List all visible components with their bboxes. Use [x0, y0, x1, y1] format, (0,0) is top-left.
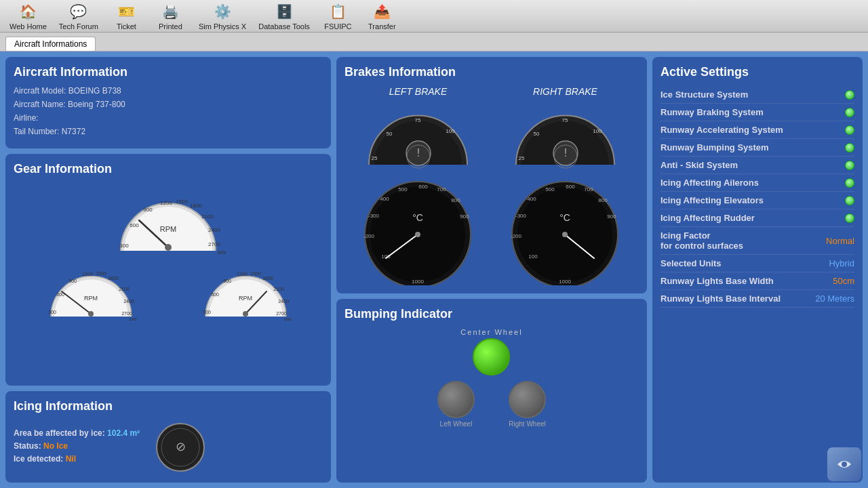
svg-text:2400: 2400 — [123, 299, 134, 304]
right-wheel-label: Right Wheel — [509, 420, 545, 428]
aircraft-name-row: Aircraft Name: Boeing 737-800 — [14, 100, 323, 109]
icing-rudder-indicator — [845, 214, 854, 223]
svg-text:2100: 2100 — [273, 287, 284, 291]
svg-text:!: ! — [417, 147, 420, 159]
svg-text:1500: 1500 — [96, 271, 106, 276]
svg-text:1200: 1200 — [160, 200, 172, 206]
icing-information-panel: Icing Information Area be affected by ic… — [5, 391, 331, 483]
svg-text:2400: 2400 — [278, 299, 289, 304]
svg-text:600: 600 — [566, 184, 575, 190]
right-temp-gauge: -200 -300 400 500 600 700 800 900 1000 1… — [506, 180, 625, 285]
icing-ailerons-indicator — [845, 178, 854, 188]
active-settings-title: Active Settings — [660, 65, 854, 79]
right-brake-gauge: 25 50 75 100 ! — [509, 100, 621, 175]
toolbar-sim-physics[interactable]: ⚙️ Sim Physics X — [196, 1, 249, 32]
svg-text:50: 50 — [534, 131, 540, 137]
svg-text:1200: 1200 — [237, 272, 248, 277]
transfer-icon: 📤 — [372, 2, 391, 21]
center-wheel — [473, 338, 510, 375]
right-rpm-gauge: 300 600 900 1200 1500 1800 2100 2400 270… — [200, 261, 292, 322]
svg-text:2100: 2100 — [119, 287, 130, 291]
setting-runway-lights-width: Runway Lights Base Width 50cm — [660, 272, 854, 290]
svg-text:600: 600 — [130, 222, 139, 228]
svg-text:100: 100 — [528, 253, 538, 260]
left-brake-label: LEFT BRAKE — [389, 86, 448, 97]
svg-text:⊘: ⊘ — [176, 440, 186, 453]
printed-icon: 🖨️ — [161, 2, 180, 21]
svg-text:1800: 1800 — [190, 203, 202, 209]
tab-aircraft-informations[interactable]: Aircraft Informations — [5, 37, 96, 51]
icing-status-row: Status: No Ice — [14, 441, 140, 451]
svg-text:50: 50 — [387, 131, 393, 137]
bottom-gauges-row: 300 600 900 1200 1500 1800 2100 2400 270… — [14, 261, 323, 322]
svg-text:1800: 1800 — [108, 276, 119, 281]
toolbar-web-home[interactable]: 🏠 Web Home — [7, 1, 50, 32]
svg-text:1000: 1000 — [559, 279, 571, 285]
action-button[interactable] — [827, 447, 861, 481]
svg-text:500: 500 — [398, 186, 408, 192]
airline-row: Airline: — [14, 113, 323, 123]
right-brake-container: RIGHT BRAKE 25 50 75 100 ! — [509, 86, 621, 175]
setting-runway-lights-interval: Runway Lights Base Interval 20 Meters — [660, 290, 854, 308]
setting-runway-braking: Runway Braking System — [660, 104, 854, 121]
setting-icing-ailerons: Icing Affecting Ailerons — [660, 174, 854, 192]
top-rpm-gauge: 300 600 900 1200 1500 1800 2100 2400 270… — [111, 183, 226, 258]
svg-text:°C: °C — [559, 212, 570, 223]
right-wheel-container: Right Wheel — [509, 381, 546, 428]
selected-units-value: Hybrid — [829, 258, 854, 268]
svg-text:100: 100 — [593, 128, 602, 134]
svg-text:RPM: RPM — [239, 295, 252, 302]
svg-text:2700: 2700 — [276, 311, 287, 316]
svg-point-11 — [165, 244, 172, 251]
svg-text:300: 300 — [119, 243, 129, 249]
toolbar-ticket[interactable]: 🎫 Ticket — [108, 1, 145, 32]
svg-text:600: 600 — [211, 292, 219, 297]
right-panel: Active Settings Ice Structure System Run… — [652, 57, 863, 483]
svg-text:1200: 1200 — [82, 272, 93, 277]
svg-text:700: 700 — [584, 186, 593, 192]
left-brake-container: LEFT BRAKE 25 50 75 100 ! — [362, 86, 474, 175]
svg-point-86 — [842, 462, 847, 467]
left-wheel-label: Left Wheel — [440, 420, 473, 428]
toolbar-database-tools[interactable]: 🗄️ Database Tools — [256, 1, 313, 32]
runway-lights-width-value: 50cm — [833, 276, 854, 286]
right-wheel — [509, 381, 546, 418]
toolbar-tech-forum[interactable]: 💬 Tech Forum — [56, 1, 101, 32]
svg-text:°C: °C — [412, 212, 423, 223]
sim-physics-icon: ⚙️ — [213, 2, 232, 21]
toolbar-printed[interactable]: 🖨️ Printed — [152, 1, 189, 32]
svg-text:900: 900 — [607, 214, 616, 220]
left-wheel-container: Left Wheel — [437, 381, 475, 428]
web-home-icon: 🏠 — [18, 2, 37, 21]
left-panel: Aircraft Information Aircraft Model: BOE… — [5, 57, 331, 483]
toolbar-fsuipc[interactable]: 📋 FSUIPC — [319, 1, 357, 32]
aircraft-information-panel: Aircraft Information Aircraft Model: BOE… — [5, 57, 331, 148]
ice-structure-indicator — [845, 90, 854, 100]
toolbar: 🏠 Web Home 💬 Tech Forum 🎫 Ticket 🖨️ Prin… — [0, 0, 868, 33]
brakes-information-panel: Brakes Information LEFT BRAKE 25 50 75 1… — [336, 57, 647, 293]
database-tools-icon: 🗄️ — [275, 2, 294, 21]
svg-text:1000: 1000 — [412, 279, 424, 285]
main-content: Aircraft Information Aircraft Model: BOE… — [0, 52, 868, 488]
svg-text:3000: 3000 — [217, 250, 226, 255]
icing-elevators-indicator — [845, 196, 854, 205]
aircraft-model-row: Aircraft Model: BOEING B738 — [14, 86, 323, 96]
setting-selected-units: Selected Units Hybrid — [660, 255, 854, 272]
icing-info-title: Icing Information — [14, 399, 323, 413]
svg-text:3000: 3000 — [129, 317, 137, 321]
svg-point-24 — [88, 311, 94, 317]
svg-text:600: 600 — [418, 184, 428, 190]
icing-area-row: Area be affected by ice: 102.4 m² — [14, 428, 140, 438]
setting-icing-factor: Icing Factorfor control surfaces Normal — [660, 227, 854, 255]
runway-lights-interval-value: 20 Meters — [815, 293, 854, 304]
svg-text:3000: 3000 — [283, 317, 292, 321]
bumping-wheels-area: Center Wheel Left Wheel Right Wheel — [344, 328, 639, 428]
svg-text:RPM: RPM — [160, 225, 176, 233]
ticket-icon: 🎫 — [117, 2, 136, 21]
svg-text:25: 25 — [372, 155, 378, 161]
svg-point-70 — [415, 232, 420, 237]
svg-text:75: 75 — [415, 117, 421, 123]
toolbar-transfer[interactable]: 📤 Transfer — [363, 1, 401, 32]
svg-text:75: 75 — [562, 117, 568, 123]
svg-text:900: 900 — [460, 214, 469, 220]
